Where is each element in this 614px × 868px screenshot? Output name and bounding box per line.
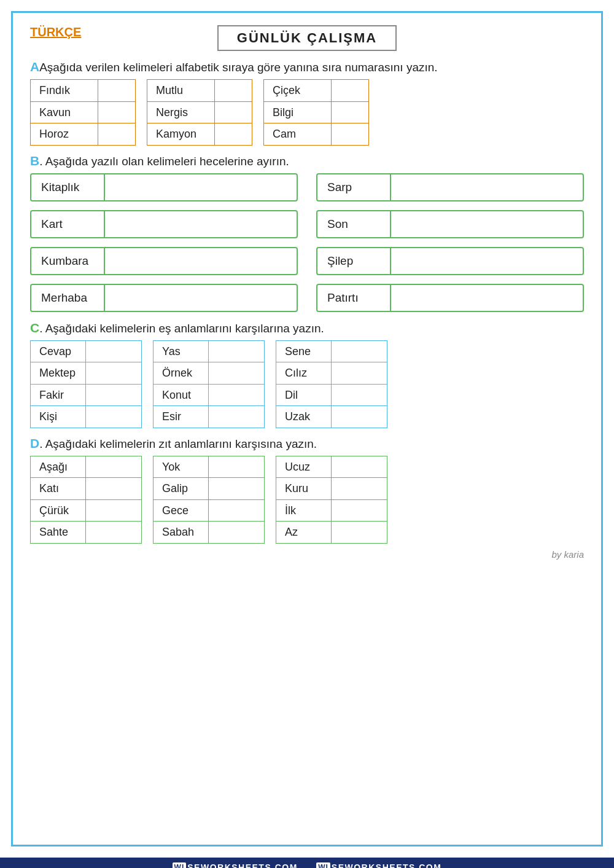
answer-cell[interactable] — [332, 341, 387, 362]
footer-text-right: SEWORKSHEETS.COM — [332, 862, 442, 869]
answer-cell[interactable] — [391, 211, 583, 237]
answer-cell[interactable] — [86, 406, 141, 428]
section-d-title: D. Aşağıdaki kelimelerin zıt anlamlarını… — [30, 436, 584, 451]
section-a-letter: A — [30, 60, 39, 74]
answer-cell[interactable] — [98, 80, 135, 101]
table-row: Aşağı — [30, 456, 142, 479]
word-cell: Sahte — [31, 522, 86, 543]
section-c-col2: Yas Örnek Konut Esir — [153, 340, 265, 428]
table-row: Dil — [276, 384, 387, 407]
answer-cell[interactable] — [86, 362, 141, 384]
answer-cell[interactable] — [86, 478, 141, 499]
turkce-label: TÜRKÇE — [30, 25, 81, 39]
answer-cell[interactable] — [86, 341, 141, 362]
table-row: Örnek — [153, 362, 265, 385]
word-cell: Son — [317, 211, 391, 237]
answer-cell[interactable] — [105, 211, 297, 237]
answer-cell[interactable] — [209, 522, 264, 543]
answer-cell[interactable] — [391, 285, 583, 311]
word-cell: Ucuz — [276, 456, 332, 478]
answer-cell[interactable] — [215, 80, 252, 101]
section-c-col3: Sene Cılız Dil Uzak — [276, 340, 387, 428]
word-cell: Uzak — [276, 406, 332, 428]
answer-cell[interactable] — [332, 478, 387, 499]
word-cell: Cevap — [31, 341, 86, 362]
answer-cell[interactable] — [98, 102, 135, 123]
table-row: Ucuz — [276, 456, 387, 479]
word-cell: Yas — [154, 341, 209, 362]
table-row: Cılız — [276, 362, 387, 385]
wise-logo-right: WI SEWORKSHEETS.COM — [316, 862, 441, 869]
answer-cell[interactable] — [209, 456, 264, 478]
section-b-right: Sarp Son Şilep Patırtı — [316, 173, 584, 312]
word-cell: Şilep — [317, 248, 391, 274]
answer-cell[interactable] — [209, 406, 264, 428]
answer-cell[interactable] — [332, 102, 368, 123]
word-cell: Fındık — [31, 80, 98, 101]
answer-cell[interactable] — [391, 174, 583, 200]
table-row: Kamyon — [147, 123, 252, 146]
answer-cell[interactable] — [332, 362, 387, 384]
table-row: Yas — [153, 340, 265, 363]
table-row: Şilep — [316, 247, 584, 275]
answer-cell[interactable] — [86, 522, 141, 543]
answer-cell[interactable] — [332, 500, 387, 522]
word-cell: Çürük — [31, 500, 86, 522]
answer-cell[interactable] — [105, 248, 297, 274]
word-cell: Kumbara — [31, 248, 105, 274]
section-b-letter: B — [30, 154, 39, 168]
section-d-col3: Ucuz Kuru İlk Az — [276, 456, 387, 543]
answer-cell[interactable] — [209, 500, 264, 522]
section-a-col2: Mutlu Nergis Kamyon — [147, 79, 252, 145]
table-row: Mutlu — [147, 79, 252, 102]
table-row: Az — [276, 521, 387, 544]
table-row: Sarp — [316, 173, 584, 201]
table-row: Gece — [153, 499, 265, 522]
word-cell: Fakir — [31, 385, 86, 406]
word-cell: Merhaba — [31, 285, 105, 311]
table-row: Çiçek — [263, 79, 369, 102]
table-row: İlk — [276, 499, 387, 522]
section-b-instruction: . Aşağıda yazılı olan kelimeleri heceler… — [39, 155, 289, 168]
answer-cell[interactable] — [332, 522, 387, 543]
footer-divider — [304, 862, 310, 868]
answer-cell[interactable] — [332, 456, 387, 478]
answer-cell[interactable] — [215, 123, 252, 145]
word-cell: Horoz — [31, 123, 98, 145]
wise-logo-left: WI SEWORKSHEETS.COM — [173, 862, 298, 869]
answer-cell[interactable] — [86, 385, 141, 406]
word-cell: Kavun — [31, 102, 98, 123]
word-cell: Katı — [31, 478, 86, 499]
answer-cell[interactable] — [98, 123, 135, 145]
answer-cell[interactable] — [209, 362, 264, 384]
table-row: Horoz — [30, 123, 136, 146]
word-cell: Konut — [154, 385, 209, 406]
answer-cell[interactable] — [86, 456, 141, 478]
table-row: Uzak — [276, 405, 387, 428]
footer-right: WI SEWORKSHEETS.COM — [316, 862, 441, 869]
page-title: GÜNLÜK ÇALIŞMA — [217, 25, 397, 51]
answer-cell[interactable] — [391, 248, 583, 274]
table-row: Katı — [30, 477, 142, 500]
answer-cell[interactable] — [215, 102, 252, 123]
answer-cell[interactable] — [86, 500, 141, 522]
answer-cell[interactable] — [209, 341, 264, 362]
answer-cell[interactable] — [332, 406, 387, 428]
section-a-col3: Çiçek Bilgi Cam — [263, 79, 369, 145]
section-c-letter: C — [30, 321, 39, 335]
answer-cell[interactable] — [332, 80, 368, 101]
word-cell: Kuru — [276, 478, 332, 499]
answer-cell[interactable] — [209, 385, 264, 406]
word-cell: Esir — [154, 406, 209, 428]
answer-cell[interactable] — [105, 174, 297, 200]
answer-cell[interactable] — [332, 123, 368, 145]
word-cell: Cılız — [276, 362, 332, 384]
answer-cell[interactable] — [105, 285, 297, 311]
table-row: Nergis — [147, 101, 252, 124]
footer-text-left: SEWORKSHEETS.COM — [187, 862, 298, 869]
main-container: TÜRKÇE GÜNLÜK ÇALIŞMA AAşağıda verilen k… — [11, 11, 603, 846]
word-cell: Kamyon — [147, 123, 215, 145]
answer-cell[interactable] — [332, 385, 387, 406]
answer-cell[interactable] — [209, 478, 264, 499]
word-cell: Cam — [264, 123, 332, 145]
